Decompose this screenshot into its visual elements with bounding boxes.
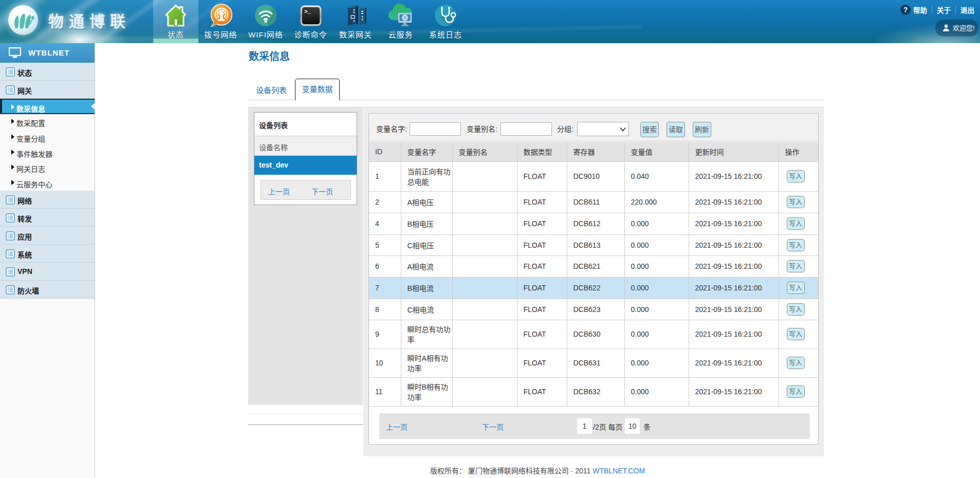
svg-text:>_: >_ <box>304 9 311 15</box>
